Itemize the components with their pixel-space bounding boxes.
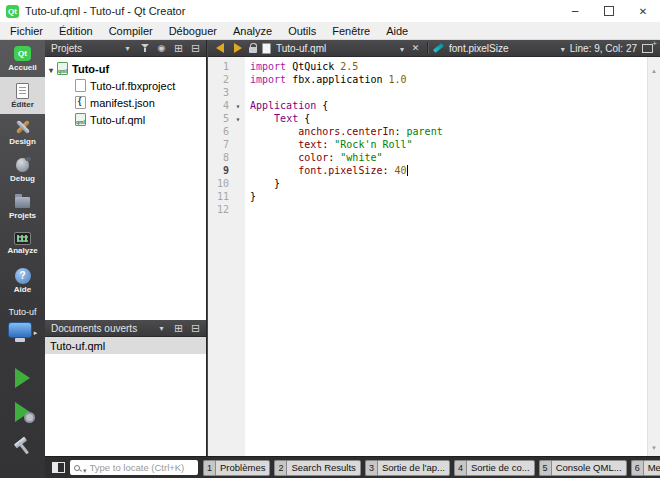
code-line[interactable]: 2import fbx.application 1.0 xyxy=(208,73,647,86)
split-pane-icon[interactable] xyxy=(172,322,185,335)
close-icon[interactable] xyxy=(626,0,660,22)
symbol-dropdown[interactable]: font.pixelSize xyxy=(449,43,565,54)
sidebar-item-debug[interactable]: Debug xyxy=(0,151,45,188)
maximize-icon[interactable] xyxy=(592,0,626,22)
output-pane-button-3[interactable]: 3Sortie de l'ap... xyxy=(365,460,450,476)
output-pane-label: Sortie de l'ap... xyxy=(377,460,450,476)
code-line[interactable]: 6 anchors.centerIn: parent xyxy=(208,125,647,138)
locator[interactable] xyxy=(70,460,198,475)
fold-marker-icon[interactable] xyxy=(231,112,245,125)
sidebar-item-analyze[interactable]: Analyze xyxy=(0,225,45,262)
tree-expand-icon[interactable] xyxy=(49,63,53,75)
mode-label: Accueil xyxy=(8,63,36,72)
project-name: Tuto-uf xyxy=(72,63,109,75)
filter-icon[interactable] xyxy=(138,42,151,55)
sidebar-item-aide[interactable]: Aide xyxy=(0,262,45,299)
run-button[interactable] xyxy=(15,368,30,388)
output-pane-button-6[interactable]: 6Messages gé... xyxy=(631,460,660,476)
output-pane-label: Messages gé... xyxy=(643,460,660,476)
tree-row[interactable]: Tuto-uf.fbxproject xyxy=(45,77,206,94)
code-text xyxy=(245,203,250,216)
output-pane-button-4[interactable]: 4Sortie de co... xyxy=(454,460,535,476)
mode-label: Design xyxy=(9,137,36,146)
open-document-dropdown[interactable]: Tuto-uf.qml xyxy=(276,43,404,54)
code-line[interactable]: 1import QtQuick 2.5 xyxy=(208,60,647,73)
file-name: Tuto-uf.qml xyxy=(90,114,145,126)
menu-deboguer[interactable]: Déboguer xyxy=(161,22,225,40)
code-line[interactable]: 9 font.pixelSize: 40 xyxy=(208,164,647,177)
navigate-back-icon[interactable] xyxy=(213,42,226,55)
pane-selector-caret-icon[interactable] xyxy=(121,42,134,55)
code-line[interactable]: 7 text: "Rock'n Roll" xyxy=(208,138,647,151)
close-pane-icon[interactable] xyxy=(189,42,202,55)
pane-selector-caret-icon[interactable] xyxy=(155,322,168,335)
locator-options-icon[interactable] xyxy=(83,459,87,477)
close-document-icon[interactable] xyxy=(409,42,422,55)
menu-analyze[interactable]: Analyze xyxy=(225,22,280,40)
line-number: 9 xyxy=(208,164,231,177)
code-line[interactable]: 3 xyxy=(208,86,647,99)
code-editor[interactable]: 1import QtQuick 2.52import fbx.applicati… xyxy=(208,57,647,456)
open-document-item[interactable]: Tuto-uf.qml xyxy=(45,337,206,354)
code-text: import QtQuick 2.5 xyxy=(245,60,358,73)
menu-fenetre[interactable]: Fenêtre xyxy=(324,22,378,40)
menu-aide[interactable]: Aide xyxy=(378,22,416,40)
output-pane-button-5[interactable]: 5Console QML... xyxy=(539,460,627,476)
json-file-icon xyxy=(75,96,86,109)
sync-with-editor-icon[interactable] xyxy=(155,42,168,55)
tree-row[interactable]: manifest.json xyxy=(45,94,206,111)
line-number: 6 xyxy=(208,125,231,138)
mode-sidebar: AccueilÉditerDesignDebugProjetsAnalyzeAi… xyxy=(0,40,45,478)
editor-scrollbar[interactable] xyxy=(647,57,660,456)
locator-input[interactable] xyxy=(90,462,194,473)
build-button[interactable] xyxy=(13,437,33,457)
scroll-down-icon[interactable] xyxy=(651,436,657,454)
output-pane-button-2[interactable]: 2Search Results xyxy=(274,460,360,476)
code-line[interactable]: 8 color: "white" xyxy=(208,151,647,164)
menu-compiler[interactable]: Compiler xyxy=(101,22,161,40)
code-line[interactable]: 11} xyxy=(208,190,647,203)
split-editor-icon[interactable] xyxy=(642,44,653,53)
token: QtQuick xyxy=(292,61,340,72)
token: 2.5 xyxy=(340,61,358,72)
qt-creator-window: Tuto-uf.qml - Tuto-uf - Qt Creator Fichi… xyxy=(0,0,660,478)
toggle-sidebar-icon[interactable] xyxy=(52,462,65,473)
code-line[interactable]: 12 xyxy=(208,203,647,216)
scroll-up-icon[interactable] xyxy=(651,59,657,77)
minimize-icon[interactable] xyxy=(558,0,592,22)
sidebar-item-editer[interactable]: Éditer xyxy=(0,77,45,114)
output-pane-label: Search Results xyxy=(286,460,360,476)
debug-run-button[interactable] xyxy=(15,402,30,422)
sidebar-item-projets[interactable]: Projets xyxy=(0,188,45,225)
close-pane-icon[interactable] xyxy=(189,322,202,335)
line-number: 8 xyxy=(208,151,231,164)
sidebar-item-design[interactable]: Design xyxy=(0,114,45,151)
symbol-pencil-icon xyxy=(433,43,444,53)
code-text: color: "white" xyxy=(245,151,382,164)
code-line[interactable]: 5 Text { xyxy=(208,112,647,125)
split-pane-icon[interactable] xyxy=(172,42,185,55)
lock-icon[interactable] xyxy=(249,47,257,53)
fold-marker-icon[interactable] xyxy=(231,99,245,112)
kit-selector[interactable] xyxy=(8,321,38,339)
target-project-label: Tuto-uf xyxy=(8,307,36,317)
fold-column xyxy=(231,190,245,203)
output-pane-number: 6 xyxy=(631,460,643,476)
menu-edition[interactable]: Édition xyxy=(51,22,101,40)
code-line[interactable]: 4Application { xyxy=(208,99,647,112)
editor-toolbar: Tuto-uf.qml font.pixelSize Line: 9, Col:… xyxy=(208,40,660,57)
tree-row-project[interactable]: Tuto-uf xyxy=(45,60,206,77)
token: { xyxy=(316,100,328,111)
chevron-down-icon xyxy=(400,43,404,54)
navigate-forward-icon[interactable] xyxy=(231,42,244,55)
fold-column xyxy=(231,164,245,177)
tree-row[interactable]: Tuto-uf.qml xyxy=(45,111,206,128)
code-text: } xyxy=(245,177,280,190)
output-pane-button-1[interactable]: 1Problèmes xyxy=(203,460,270,476)
code-line[interactable]: 10 } xyxy=(208,177,647,190)
output-pane-number: 5 xyxy=(539,460,551,476)
menu-fichier[interactable]: Fichier xyxy=(2,22,51,40)
sidebar-item-accueil[interactable]: Accueil xyxy=(0,40,45,77)
line-number: 1 xyxy=(208,60,231,73)
menu-outils[interactable]: Outils xyxy=(280,22,324,40)
